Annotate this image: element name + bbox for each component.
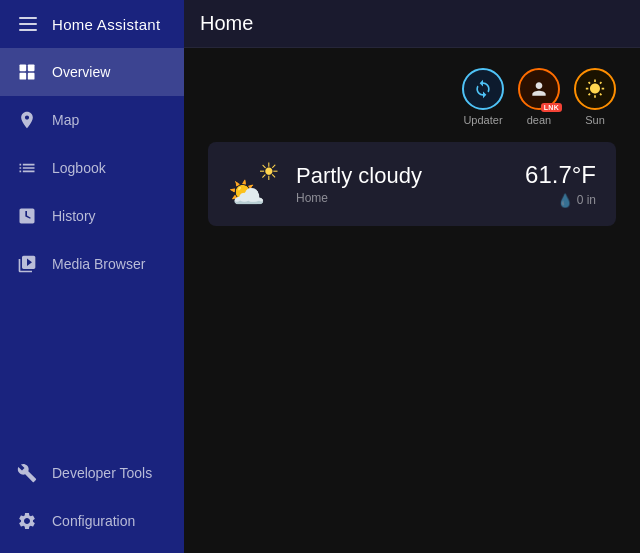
weather-details: Partly cloudy Home (296, 163, 509, 205)
overview-icon (16, 61, 38, 83)
page-title: Home (200, 12, 624, 35)
sidebar-header: Home Assistant (0, 0, 184, 48)
content-area: Updater LNK dean Sun (184, 48, 640, 553)
dean-avatar[interactable]: LNK (518, 68, 560, 110)
sun-label: Sun (585, 114, 605, 126)
sidebar-item-label: Media Browser (52, 256, 145, 272)
sidebar-item-label: Map (52, 112, 79, 128)
configuration-icon (16, 510, 38, 532)
sidebar-item-developer-tools[interactable]: Developer Tools (0, 449, 184, 497)
user-circle-sun[interactable]: Sun (574, 68, 616, 126)
weather-location: Home (296, 191, 509, 205)
svg-rect-1 (28, 65, 35, 72)
svg-rect-3 (28, 73, 35, 80)
updater-avatar[interactable] (462, 68, 504, 110)
user-circles: Updater LNK dean Sun (208, 68, 616, 126)
nav-menu: Overview Map Logbook (0, 48, 184, 449)
sidebar-item-label: Overview (52, 64, 110, 80)
logbook-icon (16, 157, 38, 179)
sidebar-item-overview[interactable]: Overview (0, 48, 184, 96)
app-title: Home Assistant (52, 16, 160, 33)
weather-card[interactable]: ☀ ⛅ Partly cloudy Home 61.7°F 💧 0 in (208, 142, 616, 226)
hamburger-icon[interactable] (19, 17, 37, 31)
updater-label: Updater (463, 114, 502, 126)
map-icon (16, 109, 38, 131)
weather-icon: ☀ ⛅ (228, 158, 280, 210)
sidebar-item-label: Logbook (52, 160, 106, 176)
media-browser-icon (16, 253, 38, 275)
sidebar-item-configuration[interactable]: Configuration (0, 497, 184, 545)
sidebar-item-label: Configuration (52, 513, 135, 529)
weather-condition: Partly cloudy (296, 163, 509, 189)
sidebar-bottom: Developer Tools Configuration (0, 449, 184, 553)
history-icon (16, 205, 38, 227)
sun-avatar[interactable] (574, 68, 616, 110)
sidebar-item-label: History (52, 208, 96, 224)
developer-tools-icon (16, 462, 38, 484)
user-circle-dean[interactable]: LNK dean (518, 68, 560, 126)
dean-label: dean (527, 114, 551, 126)
sidebar-item-label: Developer Tools (52, 465, 152, 481)
sidebar-item-media-browser[interactable]: Media Browser (0, 240, 184, 288)
weather-temp-area: 61.7°F 💧 0 in (525, 161, 596, 208)
sidebar-item-history[interactable]: History (0, 192, 184, 240)
main-content: Home Updater LNK (184, 0, 640, 553)
menu-button[interactable] (16, 12, 40, 36)
svg-rect-0 (20, 65, 27, 72)
svg-rect-2 (20, 73, 27, 80)
sidebar-item-map[interactable]: Map (0, 96, 184, 144)
user-circle-updater[interactable]: Updater (462, 68, 504, 126)
sidebar-item-logbook[interactable]: Logbook (0, 144, 184, 192)
topbar: Home (184, 0, 640, 48)
precipitation-icon: 💧 (557, 193, 573, 208)
link-badge: LNK (541, 103, 562, 112)
weather-temperature: 61.7°F (525, 161, 596, 189)
weather-precipitation: 💧 0 in (557, 193, 596, 208)
sidebar: Home Assistant Overview Map (0, 0, 184, 553)
precipitation-value: 0 in (577, 193, 596, 207)
